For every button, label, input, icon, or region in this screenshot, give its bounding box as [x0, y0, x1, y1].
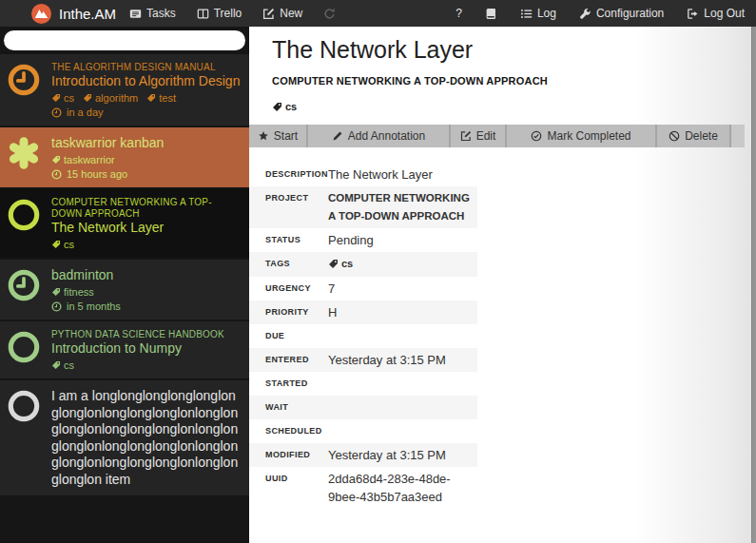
detail-label: Scheduled [265, 422, 328, 440]
detail-label: Wait [265, 398, 328, 417]
detail-value: Pending [328, 231, 477, 249]
detail-label: UUID [265, 470, 328, 506]
nav-left: TasksTrelloNew [129, 7, 336, 20]
nav-item-help[interactable]: ? [456, 7, 462, 20]
nav-item-label: Tasks [146, 7, 176, 20]
nav-item-new[interactable]: New [262, 7, 302, 20]
task-status [8, 135, 42, 180]
check-circle-icon [531, 130, 542, 142]
refresh-icon [323, 8, 336, 20]
start-button[interactable]: Start [249, 125, 308, 147]
tag-badge: cs [328, 255, 353, 273]
tag-icon [328, 259, 339, 269]
task-title: badminton [51, 267, 242, 283]
detail-row-uuid: UUID2dda68d4-283e-48de-9bee-43b5b7aa3eed [249, 467, 477, 509]
detail-value [328, 398, 477, 417]
vertical-scrollbar[interactable] [751, 27, 756, 543]
task-list-item[interactable]: PYTHON DATA SCIENCE HANDBOOKIntroduction… [0, 320, 249, 378]
detail-row-modified: ModifiedYesterday at 3:15 PM [249, 443, 477, 467]
task-tags: cs [51, 239, 242, 250]
detail-value: 7 [328, 280, 477, 298]
detail-label: Entered [265, 351, 328, 369]
task-body: taskwarrior kanbantaskwarrior15 hours ag… [51, 135, 242, 180]
button-label: Delete [685, 129, 718, 143]
detail-value [328, 375, 477, 393]
nav-item-label: Configuration [596, 7, 664, 20]
detail-value: COMPUTER NETWORKING A TOP-DOWN APPROACH [328, 189, 477, 225]
nav-item-label: Trello [214, 7, 242, 20]
nav-item-log-out[interactable]: Log Out [687, 7, 745, 20]
nav-item-label: Log [537, 7, 556, 20]
mark-completed-button[interactable]: Mark Completed [507, 125, 657, 147]
nav-item-refresh[interactable] [323, 8, 336, 20]
tag-badge: cs [51, 239, 74, 250]
detail-row-project: ProjectCOMPUTER NETWORKING A TOP-DOWN AP… [249, 186, 477, 228]
detail-row-due: Due [249, 324, 477, 348]
toolbar-filler [731, 125, 745, 147]
task-list: THE ALGORITHM DESIGN MANUALIntroduction … [0, 52, 249, 495]
due-clock-icon [51, 107, 62, 118]
detail-label: Due [265, 327, 328, 345]
detail-row-started: Started [249, 372, 477, 396]
nav-item-trello[interactable]: Trello [197, 7, 242, 20]
nav-item-log[interactable]: Log [520, 7, 556, 20]
task-list-item[interactable]: THE ALGORITHM DESIGN MANUALIntroduction … [0, 52, 249, 126]
detail-label: Project [265, 189, 328, 225]
button-label: Add Annotation [348, 129, 425, 143]
task-status [8, 388, 42, 488]
nav-item-tasks[interactable]: Tasks [129, 7, 176, 20]
task-project: PYTHON DATA SCIENCE HANDBOOK [51, 329, 242, 340]
brand[interactable]: Inthe.AM [31, 4, 116, 24]
page-title: The Network Layer [272, 36, 733, 63]
new-icon [262, 8, 275, 20]
edit-button[interactable]: Edit [451, 125, 507, 147]
nav-item-configuration[interactable]: Configuration [579, 7, 664, 20]
task-body: badmintonfitnessin 5 months [51, 267, 242, 312]
nav-item-label: New [280, 7, 302, 20]
tag-badge: test [146, 92, 176, 104]
add-annotation-button[interactable]: Add Annotation [308, 125, 451, 147]
detail-label: Modified [265, 446, 328, 464]
tag-badge: algorithm [83, 92, 138, 104]
detail-label: Tags [265, 255, 328, 274]
task-list-item[interactable]: I am a longlonglonglonglonglonglonglonlo… [0, 378, 249, 495]
task-title: taskwarrior kanban [51, 135, 242, 151]
task-header: The Network Layer COMPUTER NETWORKING A … [249, 27, 756, 112]
main-content: The Network Layer COMPUTER NETWORKING A … [249, 27, 756, 543]
detail-value [328, 422, 477, 440]
task-tags: csalgorithmtest [51, 92, 242, 104]
pencil-icon [332, 130, 343, 142]
task-list-item-selected[interactable]: COMPUTER NETWORKING A TOP-DOWN APPROACHT… [0, 187, 249, 258]
trello-icon [197, 8, 209, 20]
star-icon [258, 130, 269, 142]
detail-value: Yesterday at 3:15 PM [328, 446, 477, 464]
tag-label: test [159, 92, 176, 104]
logo-icon [31, 4, 51, 24]
tag-icon [272, 102, 282, 112]
ban-icon [669, 130, 680, 142]
detail-value [328, 327, 477, 345]
task-due-label: in 5 months [67, 301, 121, 312]
detail-row-scheduled: Scheduled [249, 419, 477, 443]
tasks-icon [129, 8, 142, 20]
task-list-item[interactable]: badmintonfitnessin 5 months [0, 258, 249, 320]
tag-badge: taskwarrior [51, 154, 115, 165]
detail-value: 2dda68d4-283e-48de-9bee-43b5b7aa3eed [328, 470, 477, 506]
task-title: The Network Layer [51, 220, 242, 236]
task-clock-icon [8, 269, 40, 301]
task-status [8, 62, 42, 118]
tag-label: cs [64, 92, 74, 104]
detail-value: cs [328, 255, 477, 274]
search-input[interactable] [4, 30, 245, 50]
task-list-item[interactable]: taskwarrior kanbantaskwarrior15 hours ag… [0, 126, 249, 187]
task-title: I am a longlonglonglonglonglonglonglonlo… [51, 388, 242, 488]
delete-button[interactable]: Delete [657, 125, 731, 147]
page-tags: cs [272, 101, 733, 112]
detail-label: Urgency [265, 280, 328, 298]
task-status [8, 197, 42, 250]
nav-item-docs[interactable] [485, 8, 497, 20]
task-body: COMPUTER NETWORKING A TOP-DOWN APPROACHT… [51, 197, 242, 250]
tag-icon [51, 240, 61, 249]
tag-label: taskwarrior [64, 154, 115, 165]
task-due-label: in a day [67, 107, 104, 118]
